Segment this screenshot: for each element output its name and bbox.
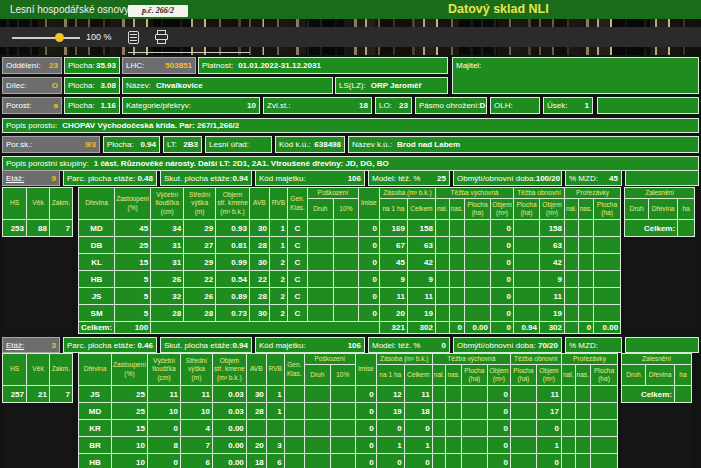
table-cell: 1 [269,237,287,254]
field-label: Obmýtí/obnovní doba: [457,174,536,183]
cell-dark [675,420,692,437]
col-header-rvb: RVB [266,354,284,386]
col-header-gen: Gen.Klas. [287,188,307,220]
cell-dark [50,437,73,454]
table-cell: 9 [379,271,407,288]
cell-dark [27,271,50,288]
col-header-zastoupeni: Zastoupení(%) [112,354,148,386]
table-cell [465,220,491,237]
table-row: HB526220.54222C09909 [3,271,695,288]
cell-dark [646,437,675,454]
table-cell: 63 [540,237,565,254]
printer-icon[interactable] [155,30,168,44]
table-cell [330,420,355,437]
cell-dark [50,420,73,437]
col-header-stredni: Střednívýška(m) [184,188,216,220]
table-cell: 0 [355,437,376,454]
cell-dark [678,271,695,288]
cell-dark [50,237,73,254]
col-header-objem: Objemstř. kmene(m³ b.k.) [216,188,250,220]
table-cell: 0 [358,271,379,288]
field-oddeleni: Oddělení:23 [2,57,62,74]
table-cell: 28 [151,305,184,322]
field-skut: Skut. plocha etáže:0.94 [160,170,252,186]
table-cell [578,271,593,288]
group-header-poskozeni: Poškození [304,354,355,365]
table-cell: 0 [355,386,376,403]
table-cell [330,386,355,403]
zoom-slider-knob[interactable] [55,33,64,42]
table-cell: 0.03 [213,403,247,420]
field-value: 0.48 [137,174,153,183]
datastore-title: Datový sklad NLI [448,2,549,16]
notes-icon[interactable] [128,31,139,44]
table-cell [461,386,487,403]
table-cell: 1 [266,403,284,420]
table-cell [514,220,540,237]
table-cell: 63 [407,237,435,254]
scrollbar[interactable] [128,52,250,53]
table-cell: 158 [540,220,565,237]
table-cell: 0 [491,237,514,254]
field-lslz: LS(LZ):ORP Jaroměř [335,77,448,94]
col-header-vek: Věk [27,354,50,386]
table-cell: 0 [148,454,181,468]
table-cell: 0 [355,420,376,437]
table-row: BR10870.0020301101 [3,437,692,454]
field-value: 25 [437,174,446,183]
field-value: 9 [52,174,56,183]
cell-dark [50,454,73,468]
field-label: Kód majetku: [259,174,306,183]
table-cell [435,220,449,237]
col-header-na1ha: na 1 ha [376,365,404,386]
field-label: Model: těž. % [372,174,420,183]
table-cell: 10 [112,437,148,454]
cell-dark [646,420,675,437]
cell-dark [50,305,73,322]
group-header-zasoba: Zásoba (m³ b.k.) [379,188,435,199]
field-skut: Skut. plocha etáže:0.94 [160,337,252,353]
table-cell [333,220,358,237]
table-cell [304,403,330,420]
totals-cell: 0 [491,322,514,334]
cell-dark [625,271,649,288]
field-etaz[interactable]: Etáž:3 [2,337,60,353]
table-cell: 0 [355,454,376,468]
col-header-drevina: Dřevina [79,188,115,220]
table-cell [561,403,575,420]
table-cell [304,454,330,468]
cell-dark [646,454,675,468]
table-cell: 1 [536,437,561,454]
field-empty [625,337,699,353]
field-obmyti: Obmýtí/obnovní doba:100/20 [453,170,562,186]
field-label: Etáž: [6,174,24,183]
table-cell: DB [79,237,115,254]
field-etaz[interactable]: Etáž:9 [2,170,60,186]
cell-dark [3,420,27,437]
field-plocha-dilec: Plocha:3.08 [64,77,120,94]
cell-dark [3,454,27,468]
table-cell: 18 [246,454,266,468]
table-cell [284,420,304,437]
table-cell: C [287,254,307,271]
table-cell: JS [79,288,115,305]
table-cell: 0 [487,386,510,403]
field-label: % MZD: [569,174,598,183]
table-cell [565,288,579,305]
group-header-tezba_vychovna: Těžba výchovná [435,188,513,199]
toolbar: 100 % [0,27,701,47]
table-cell [307,271,333,288]
table-cell: 30 [246,386,266,403]
table-cell [284,437,304,454]
table-cell: 6 [181,454,213,468]
cell-dark [50,271,73,288]
zoom-slider-track[interactable] [12,37,80,39]
table-cell: 5 [115,271,151,288]
app-title: Lesní hospodářské osnovy [10,4,129,15]
cell-dark [625,305,649,322]
col-header-rvb: RVB [269,188,287,220]
cell-dark [27,288,50,305]
table-cell: 25 [115,237,151,254]
table-cell: 28 [184,305,216,322]
table-cell: 29 [184,254,216,271]
